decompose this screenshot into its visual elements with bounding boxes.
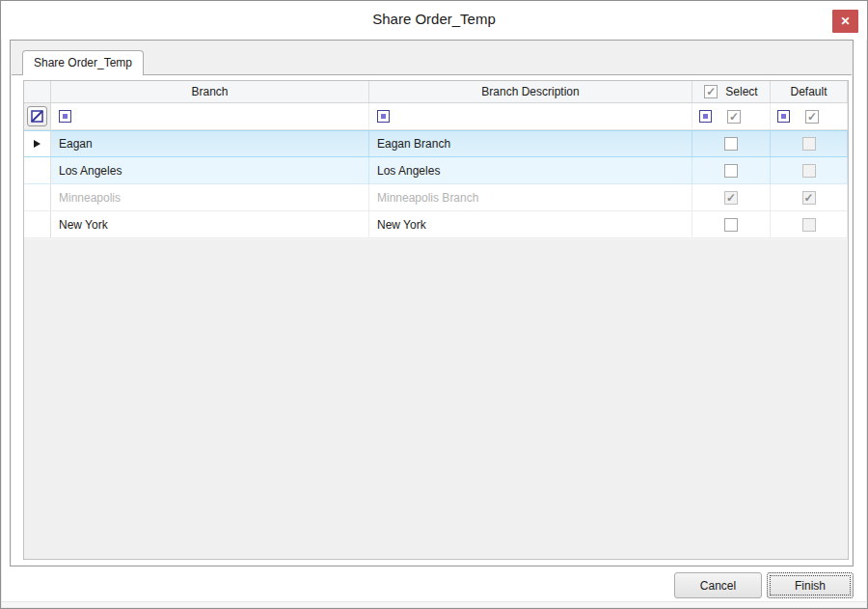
dialog-window: Share Order_Temp ✕ Share Order_Temp Bran…	[0, 0, 868, 609]
filter-condition-icon[interactable]	[699, 110, 712, 123]
cell-branch[interactable]: New York	[51, 211, 369, 237]
cell-default[interactable]	[771, 184, 848, 210]
column-header-select[interactable]: Select	[692, 81, 771, 102]
cell-branch-description[interactable]: New York	[369, 211, 692, 237]
cell-branch[interactable]: Los Angeles	[51, 157, 369, 183]
table-row-new-york[interactable]: New York New York	[24, 211, 848, 238]
row-indicator-cell	[24, 184, 51, 210]
select-all-checkbox[interactable]	[704, 85, 718, 98]
default-checkbox	[802, 191, 816, 205]
filter-condition-icon[interactable]	[59, 110, 71, 123]
cell-default[interactable]	[771, 211, 848, 237]
filter-condition-icon[interactable]	[377, 110, 390, 123]
filter-default-checkbox[interactable]	[805, 110, 819, 124]
filter-cell-branch[interactable]	[51, 103, 369, 129]
cell-default[interactable]	[771, 131, 848, 156]
clear-filter-icon	[31, 110, 43, 123]
finish-button[interactable]: Finish	[767, 572, 854, 598]
filter-cell-select[interactable]	[692, 103, 771, 129]
grid-header-row: Branch Branch Description Select Default	[24, 81, 848, 103]
cell-branch-description[interactable]: Los Angeles	[369, 157, 692, 183]
close-button[interactable]: ✕	[832, 10, 858, 33]
cell-select[interactable]	[692, 184, 771, 210]
cell-branch[interactable]: Minneapolis	[51, 184, 369, 210]
select-checkbox[interactable]	[724, 137, 738, 151]
page-title: Share Order_Temp	[1, 1, 867, 38]
cell-branch[interactable]: Eagan	[51, 131, 369, 156]
default-checkbox[interactable]	[802, 137, 816, 151]
tab-page: Branch Branch Description Select Default	[12, 74, 852, 565]
cell-select[interactable]	[692, 157, 771, 183]
cell-branch-description[interactable]: Eagan Branch	[369, 131, 692, 156]
close-icon: ✕	[840, 14, 850, 28]
table-row-los-angeles[interactable]: Los Angeles Los Angeles	[24, 157, 848, 184]
tab-control-panel: Share Order_Temp Branch Branch Descripti…	[10, 40, 854, 567]
row-indicator-cell	[24, 211, 51, 237]
cell-select[interactable]	[692, 131, 771, 156]
table-row-minneapolis[interactable]: Minneapolis Minneapolis Branch	[24, 184, 848, 211]
cell-select[interactable]	[692, 211, 771, 237]
filter-select-checkbox[interactable]	[727, 110, 741, 124]
select-checkbox	[724, 191, 738, 205]
column-header-branch[interactable]: Branch	[51, 81, 369, 102]
grid-filter-row	[24, 103, 848, 130]
grid-empty-area	[24, 238, 848, 559]
branch-grid: Branch Branch Description Select Default	[23, 80, 849, 560]
cell-default[interactable]	[771, 157, 848, 183]
column-header-default[interactable]: Default	[771, 81, 848, 102]
column-header-branch-description[interactable]: Branch Description	[369, 81, 692, 102]
cell-branch-description[interactable]: Minneapolis Branch	[369, 184, 692, 210]
title-bar: Share Order_Temp ✕	[1, 1, 867, 40]
filter-indicator-cell	[24, 103, 51, 129]
filter-cell-branch-description[interactable]	[369, 103, 692, 129]
default-checkbox[interactable]	[802, 218, 816, 232]
cancel-button[interactable]: Cancel	[674, 572, 762, 598]
default-checkbox[interactable]	[802, 164, 816, 178]
window-bottom-frame	[2, 601, 866, 607]
tab-share-order-temp[interactable]: Share Order_Temp	[22, 50, 144, 75]
filter-condition-icon[interactable]	[777, 110, 790, 123]
select-checkbox[interactable]	[724, 218, 738, 232]
edit-filter-button[interactable]	[27, 106, 47, 126]
filter-cell-default[interactable]	[771, 103, 848, 129]
row-indicator-cell	[24, 157, 51, 183]
table-row-eagan[interactable]: Eagan Eagan Branch	[24, 130, 848, 157]
tab-strip: Share Order_Temp	[11, 41, 853, 74]
header-indicator-cell	[24, 81, 51, 102]
select-checkbox[interactable]	[724, 164, 738, 178]
row-indicator-cell	[24, 131, 51, 156]
focused-row-arrow-icon	[34, 140, 41, 148]
